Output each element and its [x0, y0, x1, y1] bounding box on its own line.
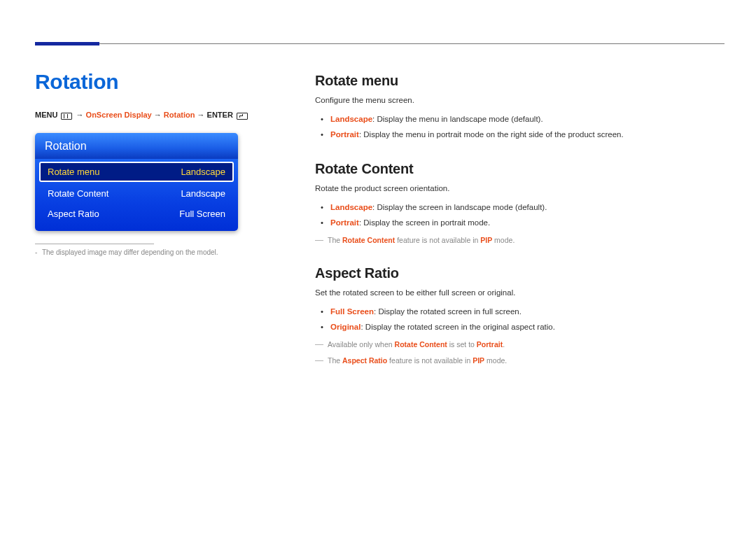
list-item-keyword: Landscape	[330, 203, 372, 211]
note-text: Available only when	[328, 340, 395, 349]
osd-row-label: Aspect Ratio	[48, 209, 99, 219]
breadcrumb-arrow-3: →	[197, 111, 207, 119]
section-intro-rotate-menu: Configure the menu screen.	[315, 94, 724, 106]
page-body: Rotation MENU → OnScreen Display → Rotat…	[35, 70, 724, 367]
breadcrumb-arrow-2: →	[154, 111, 164, 119]
note-keyword: Aspect Ratio	[342, 356, 387, 365]
osd-row-value: Landscape	[181, 188, 225, 199]
osd-row-value: Full Screen	[179, 209, 225, 219]
list-item-text: : Display the screen in portrait mode.	[359, 218, 490, 227]
note-text: .	[503, 340, 505, 349]
note-aspect-ratio-2: The Aspect Ratio feature is not availabl…	[315, 354, 724, 367]
note-text: The	[328, 356, 342, 365]
list-item: Portrait: Display the menu in portrait m…	[330, 127, 724, 143]
section-intro-rotate-content: Rotate the product screen orientation.	[315, 183, 724, 195]
list-item-text: : Display the screen in landscape mode (…	[372, 203, 547, 211]
note-text: mode.	[492, 236, 514, 244]
page-title: Rotation	[35, 70, 276, 94]
list-item-keyword: Full Screen	[330, 307, 374, 316]
footnote-rule	[35, 244, 154, 244]
osd-row-label: Rotate menu	[48, 167, 99, 177]
note-text: is set to	[447, 340, 477, 349]
note-keyword: Rotate Content	[342, 236, 395, 244]
note-keyword: Portrait	[477, 340, 503, 349]
section-title-aspect-ratio: Aspect Ratio	[315, 265, 724, 281]
list-item-text: : Display the rotated screen in full scr…	[374, 307, 522, 316]
list-rotate-menu: Landscape: Display the menu in landscape…	[315, 112, 724, 143]
osd-row-rotate-content[interactable]: Rotate Content Landscape	[39, 183, 234, 204]
list-rotate-content: Landscape: Display the screen in landsca…	[315, 200, 724, 231]
note-text: The	[328, 236, 342, 244]
osd-row-aspect-ratio[interactable]: Aspect Ratio Full Screen	[39, 204, 234, 224]
note-rotate-content: The Rotate Content feature is not availa…	[315, 234, 724, 247]
list-item-keyword: Landscape	[330, 115, 372, 123]
breadcrumb-menu-label: MENU	[35, 111, 57, 119]
left-column: Rotation MENU → OnScreen Display → Rotat…	[35, 70, 276, 367]
footnote-dash: -	[35, 248, 37, 256]
list-item: Portrait: Display the screen in portrait…	[330, 216, 724, 231]
list-item-keyword: Original	[330, 323, 360, 331]
breadcrumb-step-1: OnScreen Display	[86, 111, 152, 119]
osd-row-value: Landscape	[181, 167, 225, 177]
breadcrumb: MENU → OnScreen Display → Rotation → ENT…	[35, 109, 276, 120]
breadcrumb-step-2: Rotation	[164, 111, 195, 119]
menu-icon	[61, 113, 72, 120]
list-item: Landscape: Display the menu in landscape…	[330, 112, 724, 127]
note-text: mode.	[484, 356, 507, 365]
section-title-rotate-content: Rotate Content	[315, 161, 724, 177]
note-text: feature is not available in	[387, 356, 472, 365]
osd-panel: Rotation Rotate menu Landscape Rotate Co…	[35, 133, 238, 231]
breadcrumb-enter-label: ENTER	[207, 111, 233, 119]
breadcrumb-arrow-1: →	[76, 111, 86, 119]
list-item-keyword: Portrait	[330, 130, 359, 139]
osd-caption: - The displayed image may differ dependi…	[35, 248, 276, 256]
osd-row-rotate-menu[interactable]: Rotate menu Landscape	[39, 162, 234, 182]
section-intro-aspect-ratio: Set the rotated screen to be either full…	[315, 287, 724, 299]
right-column: Rotate menu Configure the menu screen. L…	[315, 70, 724, 367]
osd-title: Rotation	[35, 133, 238, 159]
note-aspect-ratio-1: Available only when Rotate Content is se…	[315, 338, 724, 351]
list-item-text: : Display the menu in landscape mode (de…	[372, 115, 543, 123]
list-item-keyword: Portrait	[330, 218, 359, 227]
osd-row-label: Rotate Content	[48, 188, 108, 199]
note-keyword: PIP	[472, 356, 484, 365]
list-item: Landscape: Display the screen in landsca…	[330, 200, 724, 216]
osd-body: Rotate menu Landscape Rotate Content Lan…	[35, 159, 238, 231]
note-text: feature is not available in	[395, 236, 480, 244]
footnote-text: The displayed image may differ depending…	[42, 248, 218, 256]
list-aspect-ratio: Full Screen: Display the rotated screen …	[315, 304, 724, 335]
list-item-text: : Display the menu in portrait mode on t…	[359, 130, 624, 139]
list-item-text: : Display the rotated screen in the orig…	[360, 323, 554, 331]
header-rule-accent	[35, 42, 99, 45]
section-title-rotate-menu: Rotate menu	[315, 73, 724, 89]
header-rule	[35, 43, 724, 44]
list-item: Full Screen: Display the rotated screen …	[330, 304, 724, 320]
note-keyword: PIP	[480, 236, 492, 244]
list-item: Original: Display the rotated screen in …	[330, 320, 724, 335]
enter-icon	[237, 113, 248, 120]
note-keyword: Rotate Content	[395, 340, 447, 349]
